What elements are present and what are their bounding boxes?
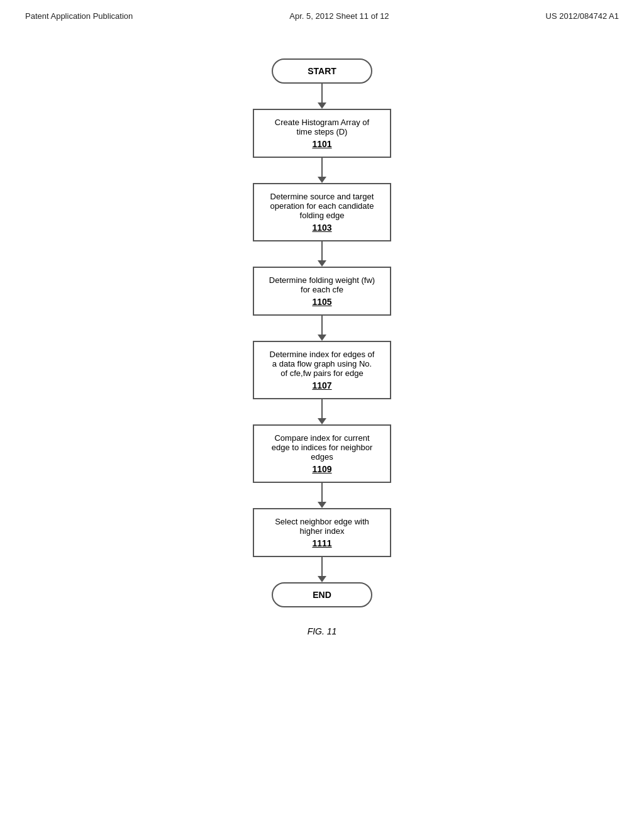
connector-6 <box>321 557 323 576</box>
connector-4 <box>321 399 323 418</box>
figure-caption: FIG. 11 <box>0 626 644 636</box>
step-1103: Determine source and target operation fo… <box>253 183 391 241</box>
connector-0 <box>321 84 323 102</box>
end-node: END <box>272 582 372 607</box>
page-header: Patent Application Publication Apr. 5, 2… <box>0 0 644 21</box>
header-center: Apr. 5, 2012 Sheet 11 of 12 <box>289 11 389 21</box>
arrow-3 <box>318 335 326 341</box>
connector-2 <box>321 241 323 260</box>
connector-1 <box>321 158 323 177</box>
connector-3 <box>321 316 323 335</box>
start-node: START <box>272 58 372 84</box>
arrow-6 <box>318 576 326 582</box>
step-1105: Determine folding weight (fw) for each c… <box>253 267 391 316</box>
arrow-0 <box>318 102 326 109</box>
step-1111: Select neighbor edge with higher index 1… <box>253 508 391 557</box>
step-1107: Determine index for edges of a data flow… <box>253 341 391 399</box>
connector-5 <box>321 483 323 502</box>
flowchart: START Create Histogram Array of time ste… <box>0 58 644 607</box>
header-right: US 2012/084742 A1 <box>546 11 619 21</box>
arrow-1 <box>318 177 326 183</box>
step-1101: Create Histogram Array of time steps (D)… <box>253 109 391 158</box>
arrow-4 <box>318 418 326 424</box>
arrow-2 <box>318 260 326 267</box>
arrow-5 <box>318 502 326 508</box>
step-1109: Compare index for current edge to indice… <box>253 424 391 483</box>
header-left: Patent Application Publication <box>25 11 133 21</box>
